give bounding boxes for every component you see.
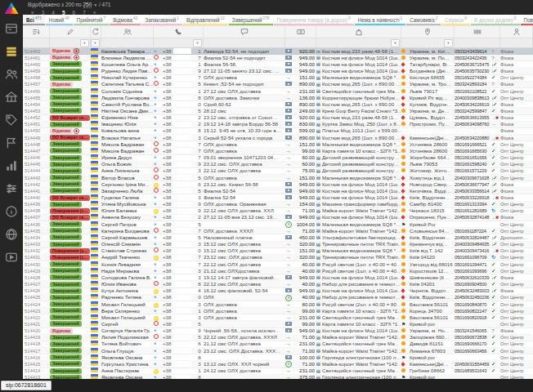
clients-icon[interactable] [101,26,154,38]
tab-label: Відмова [113,17,132,23]
phone-last-digit: 7 [195,148,204,154]
delivery-destination: Татарбунари, Ві… [410,61,455,68]
order-id: 514418 [23,341,50,347]
prepaid-arrow-icon: → [285,301,291,307]
tab-11[interactable]: В дорозі додому0 [471,15,520,25]
ukrposhta-icon [401,162,405,166]
filter-dropdown[interactable]: ▾ [80,39,89,47]
delivery-destination: Украина, м. По… [410,55,455,61]
phone-redacted [173,354,191,360]
prepaid-arrow-icon: → [285,95,291,100]
comment-icon[interactable] [204,26,285,38]
order-id: 514425 [23,294,50,301]
ukraine-flag-icon [91,327,98,332]
kyivstar-icon: * [154,95,163,101]
video-tutorial-icon[interactable] [5,251,18,264]
filter-dropdown[interactable]: ▾ [391,39,400,47]
tab-2[interactable]: Прийнятий7 [74,15,110,25]
shop-name: Дропшипп… [500,234,533,241]
ukraine-flag-icon [91,354,98,359]
payment-type-cell: → [285,161,294,167]
order-comment: Наложенный платеж [204,234,285,241]
support-globe-icon[interactable] [5,228,18,241]
tab-12[interactable]: Пов [521,15,533,25]
orders-list-icon[interactable] [5,45,18,58]
products-tag-icon[interactable] [5,114,18,127]
location-pin-icon[interactable] [401,26,455,38]
tracking-number: 20400309838613 [455,95,491,101]
tab-1[interactable]: Новий48 [46,15,73,25]
track-delivered-icon: ✓ [491,154,495,160]
clients-icon[interactable] [5,68,18,81]
filter-dropdown[interactable]: ▾ [91,39,100,47]
phone-redacted [173,255,191,261]
tab-7[interactable]: Повернення товару (в дорозі)0 [274,15,354,25]
tab-6[interactable]: Завершений278 [229,15,273,25]
shop-name: Опт Центр [500,148,533,154]
phone-last-digit: 1 [195,48,204,55]
tab-3[interactable]: Відмова42 [110,15,141,25]
nova-poshta-icon [401,195,405,200]
statistics-chart-icon[interactable] [5,159,18,172]
payment-type-cell: → [285,348,294,354]
country-flag [91,135,101,141]
track-delivered-icon: ✓ [491,281,495,287]
manager-icon[interactable] [500,26,533,38]
product-icon [316,109,320,113]
company-icon[interactable] [5,91,18,104]
tracking-number: 0501691094471 [455,261,491,268]
track-delivered-icon: ✓ [491,308,495,314]
product-title: Костюм мод.265 (1шт. х 890.00 … [322,81,401,87]
campaigns-flag-icon[interactable] [5,136,18,149]
status-edit-icon[interactable] [50,26,91,38]
order-total: 100.00 [294,354,316,361]
page-size-control[interactable]: 250 [83,2,92,8]
filter-dropdown[interactable]: ▾ [193,39,202,47]
status-badge: Завершений [50,261,82,267]
carrier-icon-cell [401,261,410,268]
carrier-icon-cell [401,274,410,281]
kyivstar-icon: * [154,135,163,141]
tab-0[interactable]: Всі471 [23,15,45,25]
dashboard-icon[interactable] [5,22,18,35]
shop-name: Фішка [500,55,533,61]
phone-last-digit: 5 [195,175,204,181]
ukraine-flag-icon [91,161,98,166]
filter-dropdown[interactable]: ▾ [444,39,453,47]
phone-redacted [173,128,191,134]
order-status: Повернення (з… [50,248,91,254]
tab-8[interactable]: Нема в наявності1 [355,15,406,25]
refresh-icon[interactable] [91,26,101,38]
order-id: 514419 [23,334,50,341]
phone-icon[interactable] [154,26,204,38]
barcode-icon[interactable] [455,26,500,38]
money-icon[interactable] [285,26,316,38]
shop-name: Фішка [500,287,533,294]
client-name: Самотій Руслана Во… [101,101,154,108]
info-icon[interactable] [5,205,18,218]
kyivstar-icon: * [154,127,163,134]
product-title: Платье Мод 1013 (1шт. х 599.00… [322,127,401,134]
tab-5[interactable]: Відправлений12 [183,15,228,25]
delivery-destination: Пристроми, Пу… [410,121,455,127]
payment-type-cell: → [285,268,294,274]
client-name: Юлия Баланюк [101,207,154,214]
tracking-number: 0501690840870 [455,301,491,308]
phone-prefix: +38 [163,141,172,148]
tracking-number: 0501690672838 [455,334,491,341]
tab-9[interactable]: Самовивіз2 [406,15,441,25]
order-status: Завершений [50,188,91,194]
tab-4[interactable]: Запакований1 [141,15,182,25]
nova-poshta-icon [401,69,405,74]
products-bag-icon[interactable] [316,26,401,38]
settings-sliders-icon[interactable] [5,182,18,195]
tab-10[interactable]: Сервіси0 [441,15,470,25]
phone-prefix: +38 [163,194,172,201]
cod-payment-icon [285,189,292,193]
cod-payment-icon [285,136,292,140]
ukrposhta-icon [401,242,405,246]
tracking-status-cell: ✓ [491,368,500,374]
app-logo-icon[interactable] [5,2,19,14]
sip-phone-status[interactable]: sip:0672818601 [1,381,52,390]
sort-icon[interactable] [23,26,50,38]
